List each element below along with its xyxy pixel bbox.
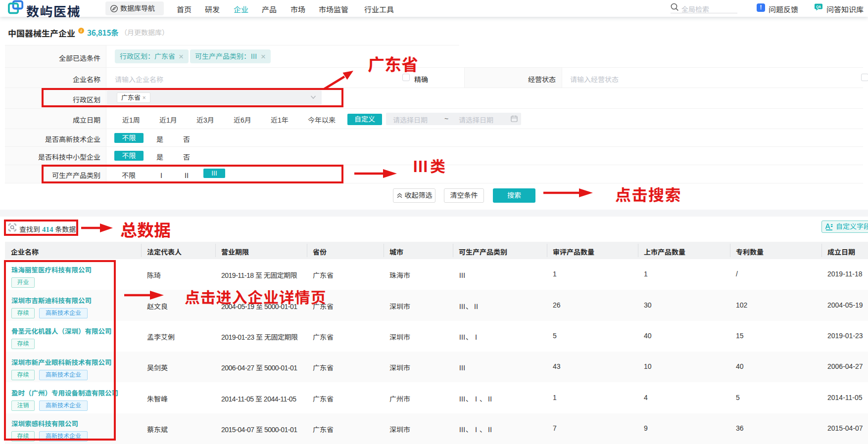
svg-text:QA: QA [816, 5, 821, 9]
